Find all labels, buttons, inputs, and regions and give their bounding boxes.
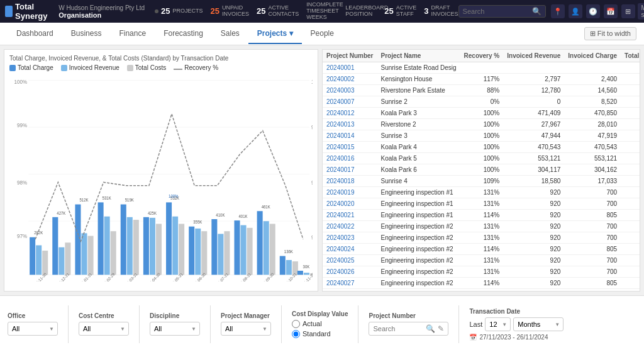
tab-finance[interactable]: Finance [110,24,155,44]
cell-project-num[interactable]: 20240003 [323,85,377,96]
project-link[interactable]: 20240016 [326,155,355,162]
svg-rect-17 [42,251,48,275]
project-link[interactable]: 20240026 [326,268,355,275]
tab-projects[interactable]: Projects ▾ [248,24,302,44]
cell-project-num[interactable]: 20240020 [323,198,377,210]
radio-actual[interactable]: Actual [292,320,348,328]
project-link[interactable]: 20240020 [326,200,355,207]
more-stats-button[interactable]: More stats [638,3,644,20]
svg-text:100%: 100% [311,79,313,85]
cell-recovery: 100% [460,164,504,176]
grid-icon[interactable]: ⊞ [621,4,635,18]
cell-project-num[interactable]: 20240014 [323,130,377,142]
project-link[interactable]: 20240022 [326,223,355,230]
cell-project-num[interactable]: 20240015 [323,142,377,153]
clear-icon[interactable]: ✎ [438,324,444,333]
cell-recovery: 131% [460,289,504,292]
cell-project-num[interactable]: 20240023 [323,232,377,244]
project-link[interactable]: 20240018 [326,178,355,185]
cell-project-num[interactable]: 20240024 [323,244,377,255]
person-icon[interactable]: 👤 [569,4,582,18]
cell-invoiced-charge: 805 [564,244,621,255]
filter-discipline-wrap: All [150,322,200,336]
project-link[interactable]: 20240019 [326,189,355,196]
filter-discipline-select[interactable]: All [150,322,200,336]
cell-recovery: 100% [460,142,504,153]
top-search-input[interactable] [463,8,532,15]
location-icon[interactable]: 📍 [551,4,565,18]
tab-sales[interactable]: Sales [212,24,248,44]
tab-business[interactable]: Business [62,24,111,44]
cell-project-num[interactable]: 20240016 [323,153,377,164]
months-select[interactable]: 12 [485,317,511,331]
project-link[interactable]: 20240015 [326,144,355,150]
project-link[interactable]: 20240003 [326,87,355,94]
cell-project-num[interactable]: 20240022 [323,221,377,232]
cell-project-name: Engineering inspection #2 [377,289,460,292]
filter-office-select[interactable]: All [8,322,58,336]
project-link[interactable]: 20240013 [326,121,355,128]
cell-project-num[interactable]: 20240001 [323,62,377,74]
date-range: 📅 27/11/2023 - 26/11/2024 [469,334,564,341]
cell-project-num[interactable]: 20240017 [323,164,377,176]
stat-drafts: 3 DRAFT INVOICES [424,5,458,18]
legend-label-pct: Recovery % [184,64,218,71]
table-row: 20240023 Engineering inspection #2 131% … [323,232,640,244]
stat-leaderboard: LEADERBOARD POSITION [345,5,377,18]
project-link[interactable]: 20240025 [326,257,355,264]
project-link[interactable]: 20240028 [326,291,355,292]
cell-project-num[interactable]: 20240019 [323,187,377,198]
project-link[interactable]: 20240027 [326,280,355,287]
project-link[interactable]: 20240007 [326,98,355,105]
project-link[interactable]: 20240014 [326,132,355,139]
cell-project-num[interactable]: 20240025 [323,255,377,266]
svg-rect-30 [98,202,104,275]
cell-project-num[interactable]: 20240026 [323,266,377,278]
cell-project-num[interactable]: 20240021 [323,210,377,221]
legend-dot-charge [9,65,16,71]
filter-cost-centre-wrap: All [79,322,129,336]
project-link[interactable]: 20240012 [326,110,355,116]
project-link[interactable]: 20240017 [326,166,355,173]
cell-project-num[interactable]: 20240002 [323,74,377,85]
clock-icon[interactable]: 🕐 [586,4,600,18]
project-link[interactable]: 20240024 [326,246,355,253]
radio-standard[interactable]: Standard [292,330,348,338]
cell-project-num[interactable]: 20240012 [323,108,377,119]
cell-recovery: 88% [460,85,504,96]
calendar-icon[interactable]: 📅 [604,4,618,18]
project-link[interactable]: 20240001 [326,64,355,71]
radio-standard-input[interactable] [292,330,300,338]
cell-project-num[interactable]: 20240018 [323,176,377,187]
cell-project-num[interactable]: 20240013 [323,119,377,130]
cell-project-num[interactable]: 20240007 [323,96,377,108]
project-link[interactable]: 20240021 [326,212,355,219]
cell-total-charge: 805 [621,244,640,255]
cell-project-num[interactable]: 20240027 [323,278,377,289]
svg-rect-20 [52,217,58,275]
svg-text:355K: 355K [193,220,203,224]
filter-cost-centre-label: Cost Centre [79,312,129,319]
fit-to-width-button[interactable]: ⊞ Fit to width [584,27,636,40]
project-link[interactable]: 20240002 [326,76,355,82]
radio-actual-input[interactable] [292,320,300,328]
cell-project-name: Engineering inspection #2 [377,266,460,278]
tab-people[interactable]: People [302,24,343,44]
cell-project-num[interactable]: 20240028 [323,289,377,292]
tab-forecasting[interactable]: Forecasting [155,24,212,44]
filter-pm-select[interactable]: All [221,322,271,336]
legend-dot-cost [127,65,133,71]
table-row: 20240001 Sunrise Estate Road Desig 4,436 [323,62,640,74]
tab-dashboard[interactable]: Dashboard [8,24,62,44]
project-search-input[interactable] [373,325,423,332]
project-link[interactable]: 20240023 [326,234,355,241]
svg-rect-76 [297,271,303,275]
filter-cost-centre-select[interactable]: All [79,322,129,336]
cell-invoiced-charge: 700 [564,221,621,232]
unit-select[interactable]: Months [513,317,564,331]
top-search[interactable]: 🔍 [458,5,546,18]
radio-group: Actual Standard [292,320,348,338]
table-row: 20240013 Riverstone 2 100% 27,967 28,010… [323,119,640,130]
cell-project-name: Kensington House [377,74,460,85]
svg-text:136K: 136K [284,249,294,254]
